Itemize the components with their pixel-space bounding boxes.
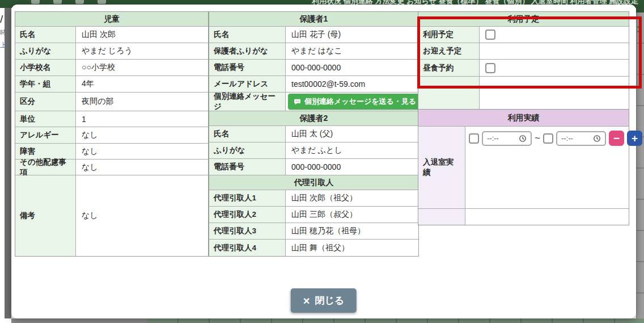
- entry-time-input[interactable]: --:--: [482, 131, 532, 146]
- row-label: 電話番号: [209, 159, 286, 175]
- row-label: 学年・組: [15, 76, 76, 92]
- section-header-plan: 利用予定: [418, 12, 629, 26]
- table-row: メールアドレス test00002@t-59.com: [209, 76, 418, 93]
- table-row: 代理引取人4 山田 舞（祖父）: [209, 240, 418, 256]
- row-label: 代理引取人4: [209, 240, 286, 256]
- row-value: 山田 次郎: [76, 27, 208, 43]
- table-row: 代理引取人3 山田 穂乃花（祖母）: [209, 223, 418, 240]
- toolbar-icon-fragments: [31, 0, 106, 4]
- close-button-label: 閉じる: [315, 294, 344, 307]
- usage-plan-checkbox[interactable]: [485, 30, 495, 40]
- row-value: [480, 43, 629, 59]
- row-label: 入退室実績: [418, 127, 465, 208]
- modal-backdrop-bottom: [5, 318, 644, 323]
- table-row: 保護者ふりがな やまだ はなこ: [209, 43, 418, 60]
- background-mark: [637, 26, 642, 28]
- row-label: 昼食予約: [418, 60, 480, 76]
- row-label: お迎え予定: [418, 43, 480, 59]
- row-value: 山田 三郎（叔父）: [286, 207, 418, 223]
- send-message-button[interactable]: 個別連絡メッセージを送る・見る: [288, 94, 422, 110]
- background-text-fragment: 時: [0, 30, 5, 36]
- table-row: 区分 夜間の部: [15, 93, 208, 111]
- remove-time-row-button[interactable]: −: [609, 131, 624, 146]
- row-value: 4年: [76, 76, 208, 92]
- add-time-row-button[interactable]: +: [627, 131, 642, 146]
- toolbar-icon: [98, 0, 106, 4]
- table-row: ふりがな やまだ じろう: [15, 43, 208, 60]
- row-value: やまだ じろう: [76, 43, 208, 59]
- toolbar-icon: [75, 0, 84, 4]
- row-label-empty: [418, 77, 480, 110]
- table-row: 学年・組 4年: [15, 76, 208, 93]
- table-row: アレルギー なし: [15, 127, 208, 144]
- table-row: 昼食予約: [418, 60, 629, 77]
- exit-time-input[interactable]: --:--: [556, 131, 606, 146]
- toolbar-icon: [53, 0, 62, 4]
- row-value: 山田 穂乃花（祖母）: [286, 223, 418, 239]
- row-value: なし: [76, 175, 208, 256]
- row-label: 単位: [15, 111, 76, 127]
- row-value: [480, 60, 629, 76]
- entry-exit-times-cell: --:-- ~ --:--: [465, 127, 629, 208]
- section-header-child: 児童: [15, 12, 208, 26]
- modal-backdrop-right: [636, 0, 644, 323]
- section-header-actual: 利用実績: [418, 110, 629, 126]
- table-row: 氏名 山田 花子 (母): [209, 27, 418, 43]
- row-value: [480, 27, 629, 43]
- row-label: ふりがな: [209, 142, 286, 158]
- background-left-page: / 時 上: [0, 8, 5, 323]
- row-value: なし: [76, 160, 208, 175]
- row-value: なし: [76, 127, 208, 143]
- time-range-separator: ~: [535, 133, 540, 144]
- row-value: 山田 舞（祖父）: [286, 240, 418, 256]
- table-row: 利用予定: [418, 27, 629, 43]
- row-label: ふりがな: [15, 43, 76, 59]
- lunch-reservation-checkbox[interactable]: [485, 63, 495, 73]
- row-value: 山田 花子 (母): [286, 27, 418, 43]
- row-value: 山田 次郎（祖父）: [286, 190, 418, 206]
- table-row: お迎え予定: [418, 43, 629, 60]
- child-info-table: 児童 氏名 山田 次郎 ふりがな やまだ じろう 小学校名 ○○小学校 学年・組…: [15, 11, 209, 257]
- close-button[interactable]: × 閉じる: [291, 288, 357, 313]
- toolbar-icon: [31, 0, 40, 4]
- entry-time-checkbox[interactable]: [469, 133, 479, 144]
- row-value: 1: [76, 111, 208, 127]
- row-label: 代理引取人3: [209, 223, 286, 239]
- row-value: やまだ はなこ: [286, 43, 418, 59]
- row-value: 山田 太 (父): [286, 126, 418, 142]
- send-message-button-label: 個別連絡メッセージを送る・見る: [304, 97, 416, 107]
- row-label: 小学校名: [15, 60, 76, 75]
- time-entry-row: --:-- ~ --:--: [469, 131, 642, 146]
- row-value: やまだ ふとし: [286, 142, 418, 158]
- speech-bubble-icon: [294, 98, 301, 106]
- table-row: 単位 1: [15, 111, 208, 127]
- exit-time-checkbox[interactable]: [543, 133, 553, 144]
- table-row: その他配慮事項 なし: [15, 160, 208, 175]
- entry-time-placeholder: --:--: [487, 134, 499, 142]
- clock-icon: [593, 135, 601, 142]
- background-strip-gray: [11, 318, 147, 323]
- table-row: 氏名 山田 太 (父): [209, 126, 418, 142]
- row-label: 保護者ふりがな: [209, 43, 286, 59]
- row-value: 夜間の部: [76, 93, 208, 111]
- screen: 利用状況 個別連絡 方法変更 お知らせ 昼食（標準） 昼食（個別） 入退室時間 …: [0, 0, 644, 323]
- close-icon: ×: [303, 295, 310, 307]
- clock-icon: [519, 135, 527, 142]
- row-value: [465, 209, 629, 225]
- row-label: 代理引取人2: [209, 207, 286, 223]
- table-row: 電話番号 000-000-0000: [209, 60, 418, 76]
- section-header-guardian1: 保護者1: [209, 12, 418, 26]
- guardian-info-table: 保護者1 氏名 山田 花子 (母) 保護者ふりがな やまだ はなこ 電話番号 0…: [209, 11, 419, 257]
- background-table-rows: [636, 12, 644, 323]
- table-row: 代理引取人2 山田 三郎（叔父）: [209, 207, 418, 223]
- background-table-header-strip: [147, 318, 644, 323]
- row-label: 氏名: [209, 126, 286, 142]
- row-label: 氏名: [209, 27, 286, 43]
- section-header-guardian2: 保護者2: [209, 111, 418, 125]
- row-label: メールアドレス: [209, 76, 286, 92]
- row-label: その他配慮事項: [15, 160, 76, 175]
- row-value: 個別連絡メッセージを送る・見る: [286, 93, 418, 111]
- student-detail-modal: 児童 氏名 山田 次郎 ふりがな やまだ じろう 小学校名 ○○小学校 学年・組…: [11, 5, 636, 318]
- table-row: [418, 77, 629, 110]
- row-label: アレルギー: [15, 127, 76, 143]
